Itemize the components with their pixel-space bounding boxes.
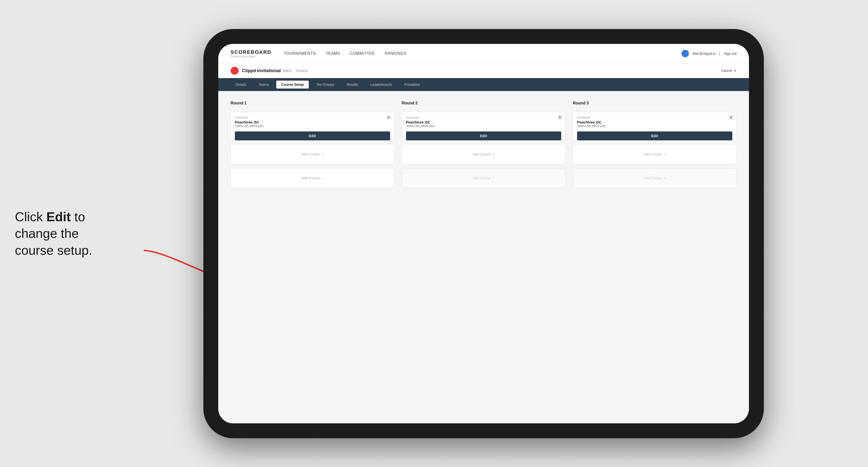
tournament-status: Hosting [296, 69, 308, 73]
tab-results[interactable]: Results [341, 81, 363, 89]
tournament-bar: C Clippd Invitational (Men) Hosting Canc… [218, 64, 749, 78]
add-icon-2: + [322, 176, 323, 180]
round-2-add-course-2-label: Add Course + [472, 176, 495, 180]
round-1-course-details: Yellow (M) (6629 yds) [235, 124, 390, 128]
tab-leaderboards[interactable]: Leaderboards [366, 81, 397, 89]
add-icon-3: + [493, 152, 495, 156]
annotation-text: Click Edit tochange thecourse setup. [15, 208, 92, 259]
tablet-device: SCOREBOARD Powered by clippd TOURNAMENTS… [204, 29, 764, 438]
tab-course-setup[interactable]: Course Setup [276, 81, 309, 89]
separator: | [719, 52, 720, 56]
annotation-prefix: Click [15, 209, 46, 224]
round-1-course-name: Peachtree GC [235, 120, 390, 124]
round-2-course-card: 🗑 (Course A) Peachtree GC Yellow (M) (66… [402, 112, 565, 141]
round-1-add-course-1[interactable]: Add Course + [230, 144, 394, 164]
rounds-grid: Round 1 🗑 (Course A) Peachtree GC Yellow… [230, 101, 737, 188]
tab-teams[interactable]: Teams [254, 81, 274, 89]
tournament-name: Clippd Invitational [242, 68, 281, 73]
nav-committee[interactable]: COMMITTEE [350, 51, 375, 56]
user-avatar [682, 50, 689, 57]
add-icon-6: + [664, 176, 666, 180]
round-3-add-course-2: Add Course + [573, 168, 737, 188]
cancel-button[interactable]: Cancel ✕ [721, 69, 737, 73]
round-2-course-label: (Course A) [406, 116, 561, 119]
top-navigation: SCOREBOARD Powered by clippd TOURNAMENTS… [218, 44, 749, 64]
round-1-column: Round 1 🗑 (Course A) Peachtree GC Yellow… [230, 101, 394, 188]
round-3-course-name: Peachtree GC [577, 120, 732, 124]
round-2-title: Round 2 [402, 101, 565, 105]
user-email: blair@clippd.io [693, 52, 715, 56]
nav-tournaments[interactable]: TOURNAMENTS [284, 51, 316, 56]
cancel-label: Cancel [721, 69, 732, 73]
round-1-edit-button[interactable]: Edit [235, 131, 390, 141]
sub-tabs: Details Teams Course Setup Tee Groups Re… [218, 78, 749, 91]
round-3-add-course-1[interactable]: Add Course + [573, 144, 737, 164]
round-1-course-card: 🗑 (Course A) Peachtree GC Yellow (M) (66… [230, 112, 394, 141]
tab-printables[interactable]: Printables [400, 81, 425, 89]
nav-teams[interactable]: TEAMS [326, 51, 340, 56]
brand-title: SCOREBOARD [230, 49, 271, 55]
round-1-add-course-2[interactable]: Add Course + [230, 168, 394, 188]
logo-letter: C [233, 68, 236, 74]
round-3-edit-button[interactable]: Edit [577, 131, 732, 141]
brand: SCOREBOARD Powered by clippd [230, 49, 271, 58]
round-1-course-label: (Course A) [235, 116, 390, 119]
main-content: Round 1 🗑 (Course A) Peachtree GC Yellow… [218, 91, 749, 423]
round-3-delete-button[interactable]: 🗑 [728, 115, 734, 120]
add-icon-4: + [493, 176, 495, 180]
tab-details[interactable]: Details [230, 81, 251, 89]
brand-subtitle: Powered by clippd [230, 55, 271, 58]
round-2-add-course-1-label: Add Course + [472, 152, 495, 156]
round-1-add-course-1-label: Add Course + [301, 152, 323, 156]
add-icon-1: + [322, 152, 323, 156]
round-3-add-course-1-label: Add Course + [644, 152, 666, 156]
round-2-add-course-2: Add Course + [402, 168, 565, 188]
round-1-delete-button[interactable]: 🗑 [386, 115, 392, 120]
tournament-gender: (Men) [283, 69, 292, 73]
round-2-column: Round 2 🗑 (Course A) Peachtree GC Yellow… [402, 101, 565, 188]
user-area: blair@clippd.io | Sign out [682, 50, 737, 57]
tab-tee-groups[interactable]: Tee Groups [311, 81, 339, 89]
round-2-edit-button[interactable]: Edit [406, 131, 561, 141]
tournament-logo: C [230, 67, 239, 75]
round-2-course-details: Yellow (M) (6629 yds) [406, 124, 561, 128]
annotation-bold: Edit [46, 209, 71, 224]
round-3-column: Round 3 🗑 (Course A) Peachtree GC Yellow… [573, 101, 737, 188]
nav-links: TOURNAMENTS TEAMS COMMITTEE RANKINGS [284, 51, 681, 56]
nav-rankings[interactable]: RANKINGS [385, 51, 406, 56]
round-1-title: Round 1 [230, 101, 394, 105]
round-3-course-label: (Course A) [577, 116, 732, 119]
round-2-add-course-1[interactable]: Add Course + [402, 144, 565, 164]
round-3-title: Round 3 [573, 101, 737, 105]
sign-out-link[interactable]: Sign out [724, 52, 737, 56]
round-2-delete-button[interactable]: 🗑 [557, 115, 563, 120]
cancel-icon: ✕ [734, 69, 737, 73]
round-3-course-card: 🗑 (Course A) Peachtree GC Yellow (M) (66… [573, 112, 737, 141]
round-3-add-course-2-label: Add Course + [644, 176, 666, 180]
tablet-screen: SCOREBOARD Powered by clippd TOURNAMENTS… [218, 44, 749, 423]
round-3-course-details: Yellow (M) (6629 yds) [577, 124, 732, 128]
add-icon-5: + [664, 152, 666, 156]
round-1-add-course-2-label: Add Course + [301, 176, 323, 180]
round-2-course-name: Peachtree GC [406, 120, 561, 124]
